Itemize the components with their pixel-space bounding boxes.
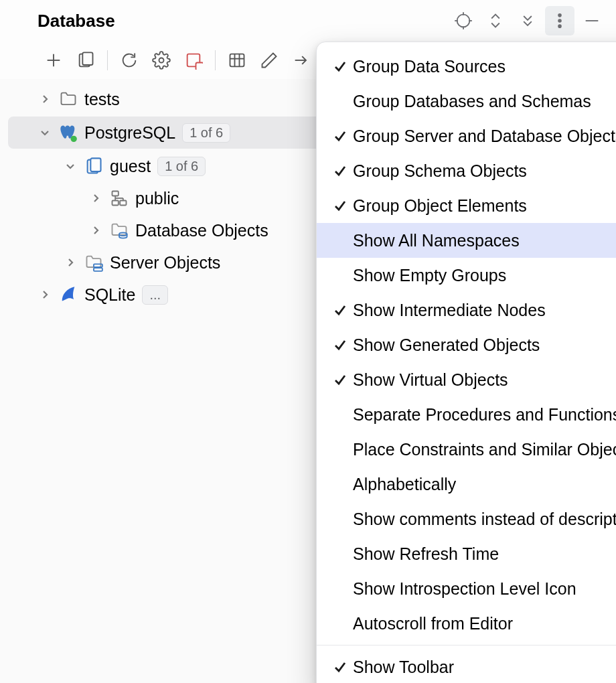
svg-point-5	[558, 14, 561, 17]
tree-label: public	[135, 189, 179, 208]
menu-item[interactable]: Show Virtual Objects	[317, 362, 616, 397]
menu-item-label: Show Toolbar	[353, 658, 454, 677]
menu-item[interactable]: Autoscroll from Editor	[317, 606, 616, 641]
panel-header: Database	[0, 0, 616, 42]
svg-point-13	[159, 58, 164, 63]
toolbar-separator	[107, 50, 108, 70]
menu-item-label: Autoscroll from Editor	[353, 614, 513, 633]
chevron-right-icon[interactable]	[37, 92, 52, 106]
count-badge: 1 of 6	[182, 123, 230, 143]
chevron-right-icon[interactable]	[37, 287, 52, 302]
edit-icon[interactable]	[253, 47, 285, 74]
menu-item[interactable]: Show Introspection Level Icon	[317, 571, 616, 606]
menu-item-label: Group Data Sources	[353, 57, 506, 76]
menu-item-label: Place Constraints and Similar Objects	[353, 440, 616, 459]
menu-item-label: Show Introspection Level Icon	[353, 579, 576, 599]
menu-item[interactable]: Group Object Elements	[317, 188, 616, 223]
target-icon[interactable]	[449, 6, 478, 35]
svg-rect-12	[82, 52, 92, 65]
menu-item-label: Alphabetically	[353, 475, 456, 494]
postgresql-icon	[59, 123, 78, 142]
svg-rect-24	[112, 192, 119, 196]
svg-point-6	[558, 19, 561, 22]
tree-label: PostgreSQL	[84, 123, 175, 143]
tree-label: Database Objects	[135, 221, 268, 240]
checkmark-icon	[327, 129, 353, 143]
svg-rect-25	[120, 201, 126, 206]
jump-icon[interactable]	[285, 47, 317, 74]
chevron-down-icon[interactable]	[37, 125, 52, 140]
menu-item[interactable]: Show All Namespaces	[317, 223, 616, 258]
menu-item[interactable]: Group Databases and Schemas	[317, 84, 616, 119]
collapse-all-icon[interactable]	[513, 6, 542, 35]
tree-label: tests	[84, 90, 120, 109]
menu-item[interactable]: Separate Procedures and Functions	[317, 397, 616, 432]
stop-icon[interactable]	[177, 47, 210, 74]
table-icon[interactable]	[221, 47, 253, 74]
panel-title: Database	[37, 11, 115, 31]
menu-item-label: Show Intermediate Nodes	[353, 301, 546, 320]
svg-rect-16	[230, 54, 244, 67]
menu-item-label: Show comments instead of descriptions	[353, 510, 616, 529]
chevron-down-icon[interactable]	[63, 159, 78, 173]
menu-item-label: Group Databases and Schemas	[353, 92, 591, 111]
menu-item[interactable]: Show Refresh Time	[317, 536, 616, 571]
menu-item[interactable]: Show Generated Objects	[317, 327, 616, 362]
tree-label: guest	[110, 157, 151, 176]
tree-label: Server Objects	[110, 253, 220, 273]
svg-point-7	[558, 25, 561, 27]
menu-item[interactable]: Group Schema Objects	[317, 153, 616, 188]
menu-item-label: Show Generated Objects	[353, 335, 540, 355]
menu-item[interactable]: Show Toolbar	[317, 650, 616, 683]
folder-icon	[59, 90, 78, 108]
menu-item[interactable]: Group Server and Database Objects	[317, 119, 616, 153]
count-badge: 1 of 6	[157, 157, 206, 176]
database-icon	[84, 157, 103, 175]
folder-database-icon	[110, 221, 129, 240]
menu-item[interactable]: Show Empty Groups	[317, 258, 616, 293]
menu-item[interactable]: Show Intermediate Nodes	[317, 293, 616, 327]
menu-item-label: Separate Procedures and Functions	[353, 405, 616, 425]
toolbar-separator	[215, 50, 216, 70]
menu-item[interactable]: Group Data Sources	[317, 49, 616, 84]
minimize-icon[interactable]	[577, 6, 607, 35]
svg-point-21	[71, 136, 77, 142]
folder-server-icon	[84, 253, 103, 272]
svg-rect-23	[90, 158, 100, 171]
svg-rect-32	[94, 268, 102, 271]
menu-separator	[317, 645, 616, 646]
menu-item-label: Group Object Elements	[353, 196, 527, 216]
add-button[interactable]	[37, 47, 70, 74]
sqlite-icon	[59, 285, 78, 304]
more-options-icon[interactable]	[545, 6, 574, 35]
checkmark-icon	[327, 338, 353, 352]
chevron-right-icon[interactable]	[63, 255, 78, 270]
schema-icon	[110, 189, 129, 208]
refresh-icon[interactable]	[113, 47, 145, 74]
query-console-icon[interactable]	[70, 47, 102, 74]
menu-item-label: Group Server and Database Objects	[353, 127, 616, 146]
menu-item-label: Group Schema Objects	[353, 161, 527, 181]
menu-item-label: Show Empty Groups	[353, 266, 506, 285]
menu-item-label: Show Refresh Time	[353, 544, 499, 564]
checkmark-icon	[327, 60, 353, 73]
checkmark-icon	[327, 303, 353, 317]
chevron-right-icon[interactable]	[88, 191, 103, 206]
svg-point-0	[457, 15, 470, 27]
header-actions	[449, 6, 607, 35]
svg-rect-26	[112, 201, 119, 206]
checkmark-icon	[327, 164, 353, 177]
menu-item-label: Show Virtual Objects	[353, 370, 508, 390]
menu-item[interactable]: Alphabetically	[317, 467, 616, 502]
menu-item[interactable]: Show comments instead of descriptions	[317, 502, 616, 536]
checkmark-icon	[327, 199, 353, 212]
menu-item-label: Show All Namespaces	[353, 231, 520, 250]
svg-rect-15	[196, 63, 204, 70]
tree-label: SQLite	[84, 285, 135, 305]
settings-icon[interactable]	[145, 47, 177, 74]
more-badge[interactable]: ...	[142, 285, 168, 305]
expand-collapse-icon[interactable]	[481, 6, 510, 35]
menu-item[interactable]: Place Constraints and Similar Objects	[317, 432, 616, 467]
checkmark-icon	[327, 660, 353, 674]
chevron-right-icon[interactable]	[88, 223, 103, 238]
